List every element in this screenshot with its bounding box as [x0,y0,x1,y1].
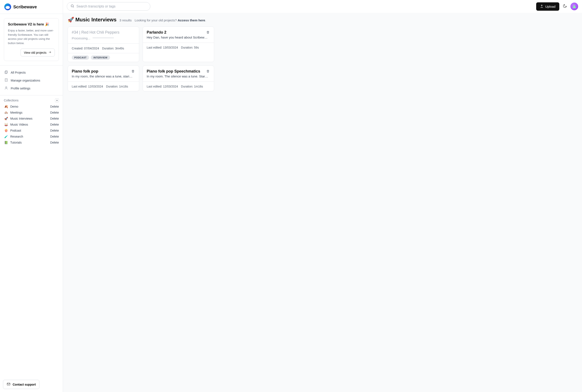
nav-label: All Projects [11,71,26,74]
transcript-card[interactable]: #34 | Red Hot Chili Peppers Processing..… [68,26,139,62]
collection-delete-button[interactable]: Delete [50,117,59,120]
mail-icon [7,382,11,387]
contact-support-button[interactable]: Contact support [3,380,40,389]
trash-icon [206,31,210,35]
page-title-text: Music Interviews [75,17,117,23]
nav-all-projects[interactable]: All Projects [0,68,63,76]
collection-emoji-icon: 📗 [4,141,8,144]
search-icon [71,4,74,9]
view-old-projects-label: View old projects [24,51,47,54]
sidebar-footer: Contact support [0,377,63,392]
access-old-projects-link[interactable]: Access them here [178,18,205,22]
card-meta: Last edited: 12/03/2024 Duration: 1m16s [68,82,139,91]
progress-bar [93,38,114,38]
card-tags: PODCAST INTERVIEW [68,53,139,62]
transcript-card[interactable]: Piano folk pop Speechmatics In my room. … [143,66,214,91]
processing-label: Processing... [72,36,90,40]
collection-delete-button[interactable]: Delete [50,141,59,144]
old-projects-prompt: Looking for your old projects? Access th… [135,18,206,22]
card-meta: Last edited: 12/03/2024 Duration: 1m16s [143,82,214,91]
contact-support-label: Contact support [13,383,36,386]
sidebar: Scribewave Scribewave V2 is here 🎉 Enjoy… [0,0,63,392]
documents-icon [4,70,8,75]
card-subtitle: Hey Dan, have you heard about Scribew… [147,36,210,39]
meta-edited: Last edited: 12/03/2024 [72,85,103,88]
arrow-right-icon [48,50,52,54]
nav-label: Profile settings [11,87,31,90]
avatar[interactable] [570,2,578,10]
brand-name: Scribewave [13,4,37,10]
collection-name: Music Interviews [10,117,32,120]
collection-emoji-icon: 🥁 [4,123,8,126]
collection-name: Meetings [10,111,23,114]
collection-name: Tutorials [10,141,22,144]
trash-icon [131,70,135,74]
topbar: Upload [63,0,582,13]
nav-manage-organizations[interactable]: Manage organizations [0,76,63,84]
collection-delete-button[interactable]: Delete [50,129,59,132]
logo-icon [4,4,11,10]
svg-point-5 [71,5,74,7]
nav-label: Manage organizations [11,79,40,82]
collection-item[interactable]: 🍂DemoDelete [0,104,63,110]
collection-name: Demo [10,105,18,108]
nav-profile-settings[interactable]: Profile settings [0,84,63,92]
card-title: Piano folk pop [72,69,98,74]
upload-icon [540,4,543,8]
delete-card-button[interactable] [206,30,210,34]
promo-body: Enjoy a faster, better, and more user-fr… [8,28,55,45]
cards-grid: #34 | Red Hot Chili Peppers Processing..… [68,26,577,91]
collection-delete-button[interactable]: Delete [50,105,59,108]
add-collection-button[interactable]: + [55,98,59,102]
theme-toggle[interactable] [562,4,567,9]
collection-item[interactable]: 🥁Music VideosDelete [0,122,63,128]
collection-item[interactable]: 📗TutorialsDelete [0,140,63,146]
sidebar-header: Scribewave [0,0,63,14]
collection-item[interactable]: 🧪ResearchDelete [0,134,63,140]
collection-delete-button[interactable]: Delete [50,123,59,126]
card-title: Piano folk pop Speechmatics [147,69,200,74]
card-meta: Created: 07/04/2024 Duration: 3m49s [68,44,139,53]
content: 🚀 Music Interviews 3 results Looking for… [63,13,582,392]
nav-section: All Projects Manage organizations Profil… [0,65,63,95]
card-meta: Last edited: 13/03/2024 Duration: 59s [143,42,214,52]
collection-item[interactable]: 🚀Music InterviewsDelete [0,116,63,122]
card-subtitle: In my room, the silence was a tune, star… [72,74,135,78]
meta-duration: Duration: 1m16s [106,85,128,88]
search-field[interactable] [67,2,150,11]
svg-rect-4 [7,383,10,385]
transcript-card[interactable]: Piano folk pop In my room, the silence w… [68,66,139,91]
collection-name: Podcast [10,129,21,132]
meta-edited: Last edited: 12/03/2024 [147,85,178,88]
search-input[interactable] [77,4,147,8]
upload-button[interactable]: Upload [536,2,559,11]
collection-item[interactable]: 🍿PodcastDelete [0,128,63,134]
page-title: 🚀 Music Interviews [68,17,117,23]
tag[interactable]: PODCAST [72,56,89,60]
transcript-card[interactable]: Parlando 2 Hey Dan, have you heard about… [143,26,214,62]
page-header: 🚀 Music Interviews 3 results Looking for… [68,17,577,23]
tag[interactable]: INTERVIEW [91,56,110,60]
delete-card-button[interactable] [206,70,210,74]
collection-delete-button[interactable]: Delete [50,135,59,138]
meta-duration: Duration: 59s [181,46,199,49]
trash-icon [206,70,210,74]
results-count: 3 results [120,18,132,22]
collection-item[interactable]: 🏘️MeetingsDelete [0,110,63,116]
collection-emoji-icon: 🍂 [4,105,8,108]
meta-edited: Last edited: 13/03/2024 [147,46,178,49]
meta-created: Created: 07/04/2024 [72,47,99,50]
promo-card: Scribewave V2 is here 🎉 Enjoy a faster, … [4,18,59,61]
view-old-projects-button[interactable]: View old projects [21,48,55,56]
user-icon [4,86,8,90]
card-title: #34 | Red Hot Chili Peppers [72,30,120,35]
collection-emoji-icon: 🏘️ [4,111,8,114]
collections-header: Collections + [0,98,63,104]
delete-card-button[interactable] [131,70,135,74]
collections-section: Collections + 🍂DemoDelete🏘️MeetingsDelet… [0,95,63,377]
upload-label: Upload [545,5,555,8]
collections-label: Collections [4,99,19,102]
collection-delete-button[interactable]: Delete [50,111,59,114]
card-subtitle: In my room. The silence was a tune. Star… [147,74,210,78]
promo-title: Scribewave V2 is here 🎉 [8,22,55,26]
